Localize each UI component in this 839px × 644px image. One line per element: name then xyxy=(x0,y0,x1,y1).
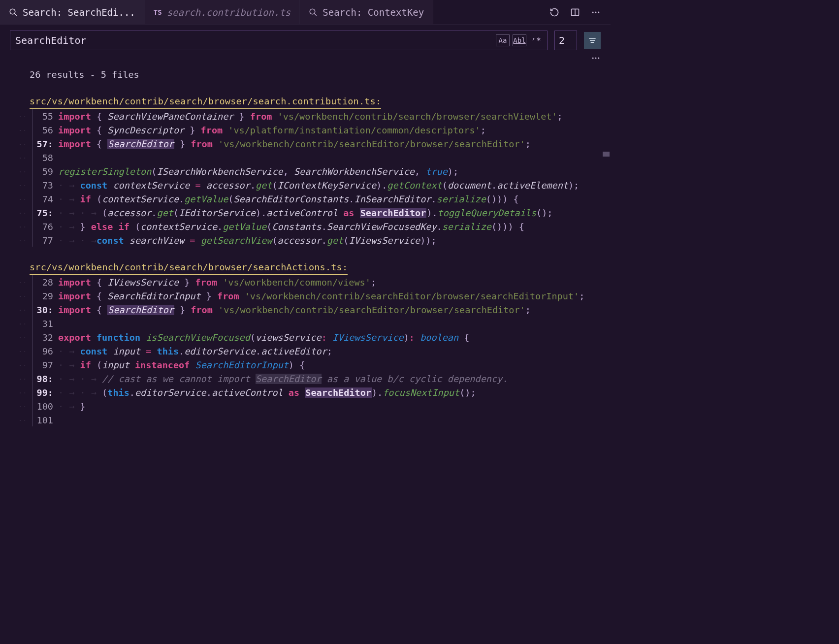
split-editor-icon[interactable] xyxy=(570,7,580,17)
code-line[interactable]: ··96· → const input = this.editorService… xyxy=(0,345,611,358)
tab-bar: Search: SearchEdi... TS search.contribut… xyxy=(0,0,611,25)
search-options: Aa Abl ⎖* xyxy=(496,34,543,46)
svg-point-13 xyxy=(595,58,597,59)
file-result: src/vs/workbench/contrib/search/browser/… xyxy=(0,95,611,248)
code-line[interactable]: ··29import { SearchEditorInput } from 'v… xyxy=(0,290,611,303)
svg-point-8 xyxy=(598,11,599,13)
svg-point-14 xyxy=(598,58,599,59)
file-path[interactable]: src/vs/workbench/contrib/search/browser/… xyxy=(30,95,381,109)
more-icon[interactable] xyxy=(591,53,601,63)
search-row: Aa Abl ⎖* xyxy=(0,25,611,53)
svg-point-12 xyxy=(592,58,594,59)
svg-point-0 xyxy=(10,9,15,14)
code-line[interactable]: ··55import { SearchViewPaneContainer } f… xyxy=(0,110,611,124)
code-line[interactable]: ··56import { SyncDescriptor } from 'vs/p… xyxy=(0,124,611,137)
context-lines-input[interactable] xyxy=(554,31,577,50)
code-line[interactable]: ··97· → if (input instanceof SearchEdito… xyxy=(0,358,611,372)
search-input-wrap: Aa Abl ⎖* xyxy=(10,31,548,50)
code-line[interactable]: ··57:import { SearchEditor } from 'vs/wo… xyxy=(0,137,611,151)
code-line[interactable]: ··58 xyxy=(0,151,611,165)
code-line[interactable]: ··74· → if (contextService.getValue(Sear… xyxy=(0,193,611,206)
code-line[interactable]: ··99:· → · → (this.editorService.activeC… xyxy=(0,386,611,400)
toggle-filters-icon[interactable] xyxy=(584,32,601,49)
svg-point-6 xyxy=(592,11,594,13)
code-line[interactable]: ··98:· → · → // cast as we cannot import… xyxy=(0,372,611,386)
tab-label: Search: ContextKey xyxy=(323,7,424,18)
more-actions-row xyxy=(0,53,611,65)
whole-word-icon[interactable]: Abl xyxy=(513,34,526,46)
match-case-icon[interactable]: Aa xyxy=(496,34,510,46)
code-line[interactable]: ··75:· → · → (accessor.get(IEditorServic… xyxy=(0,206,611,220)
tab-label: search.contribution.ts xyxy=(167,7,291,18)
svg-point-2 xyxy=(310,9,316,14)
code-line[interactable]: ··31 xyxy=(0,317,611,331)
svg-line-3 xyxy=(315,13,317,16)
file-result: src/vs/workbench/contrib/search/browser/… xyxy=(0,260,611,427)
code-line[interactable]: ··32export function isSearchViewFocused(… xyxy=(0,331,611,345)
code-line[interactable]: ··28import { IViewsService } from 'vs/wo… xyxy=(0,276,611,290)
code-line[interactable]: ··100· → } xyxy=(0,400,611,414)
results-summary: 26 results - 5 files xyxy=(0,68,611,82)
refresh-icon[interactable] xyxy=(549,7,559,17)
code-line[interactable]: ··76· → } else if (contextService.getVal… xyxy=(0,220,611,234)
search-input[interactable] xyxy=(15,34,496,46)
code-line[interactable]: ··77· → · →const searchView = getSearchV… xyxy=(0,234,611,248)
code-line[interactable]: ··59registerSingleton(ISearchWorkbenchSe… xyxy=(0,165,611,179)
tab-search-contextkey[interactable]: Search: ContextKey xyxy=(300,0,433,24)
svg-line-1 xyxy=(14,13,17,16)
search-icon xyxy=(9,8,18,17)
search-icon xyxy=(309,8,318,17)
code-line[interactable]: ··73· → const contextService = accessor.… xyxy=(0,179,611,193)
regex-icon[interactable]: ⎖* xyxy=(529,34,543,46)
code-line[interactable]: ··30:import { SearchEditor } from 'vs/wo… xyxy=(0,303,611,317)
search-results: 26 results - 5 files src/vs/workbench/co… xyxy=(0,65,611,427)
code-line[interactable]: ··101 xyxy=(0,414,611,427)
tabbar-actions xyxy=(549,7,611,17)
more-icon[interactable] xyxy=(591,7,601,17)
tab-search-editor[interactable]: Search: SearchEdi... xyxy=(0,0,145,24)
file-path[interactable]: src/vs/workbench/contrib/search/browser/… xyxy=(30,260,348,275)
tab-ts-file[interactable]: TS search.contribution.ts xyxy=(145,0,300,24)
ts-icon: TS xyxy=(154,8,162,16)
tab-label: Search: SearchEdi... xyxy=(23,7,135,18)
svg-point-7 xyxy=(595,11,597,13)
